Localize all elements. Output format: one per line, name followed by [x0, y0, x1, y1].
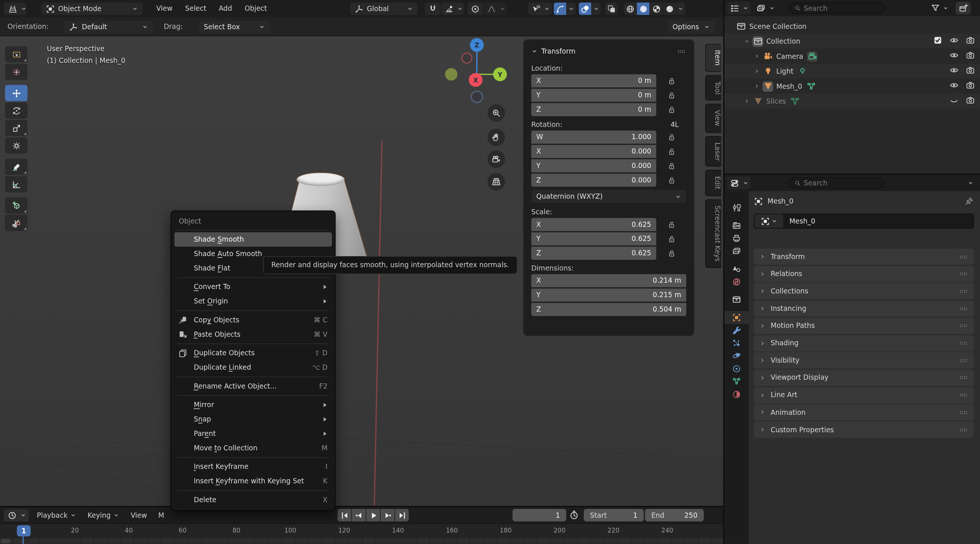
current-frame-indicator[interactable]: 1	[17, 525, 31, 536]
breadcrumb-object-name[interactable]: Mesh_0	[767, 197, 793, 205]
editor-type-button[interactable]	[4, 3, 26, 15]
context-menu-item-snap[interactable]: Snap	[175, 412, 332, 427]
shading-material-button[interactable]	[650, 3, 663, 15]
properties-tab-collection[interactable]	[724, 293, 749, 306]
lock-toggle[interactable]	[656, 234, 686, 244]
properties-tab-modifiers[interactable]	[724, 324, 749, 336]
tool-move[interactable]	[5, 85, 28, 102]
hide-viewport-toggle[interactable]	[949, 35, 959, 47]
timeline-editor-type-button[interactable]	[4, 509, 29, 522]
lock-toggle[interactable]	[656, 220, 686, 229]
rotation-x-field[interactable]: X0.000	[531, 145, 656, 158]
disable-render-toggle[interactable]	[966, 35, 975, 47]
context-menu-item-set-origin[interactable]: Set Origin	[175, 294, 332, 309]
timeline-channel-band[interactable]	[0, 538, 723, 544]
sidebar-tab-laser[interactable]: Laser	[705, 136, 721, 167]
tool-select-box[interactable]	[5, 46, 28, 63]
filter-dropdown[interactable]	[943, 5, 949, 11]
properties-section-collections[interactable]: Collections	[754, 283, 974, 300]
lock-toggle[interactable]	[656, 147, 686, 156]
shading-solid-button[interactable]	[637, 3, 650, 15]
snap-settings-dropdown[interactable]	[441, 3, 464, 15]
gizmo-x-axis[interactable]: X	[469, 73, 483, 87]
perspective-toggle-button[interactable]	[487, 173, 505, 190]
hide-viewport-toggle-off[interactable]	[949, 95, 959, 106]
section-drag-handle[interactable]	[959, 270, 968, 279]
dimensions-y-field[interactable]: Y0.215 m	[531, 289, 686, 301]
zoom-button[interactable]	[487, 105, 505, 122]
context-menu-item-parent[interactable]: Parent	[175, 427, 332, 441]
navigation-gizmo[interactable]: Z Y X	[438, 36, 519, 111]
location-z-field[interactable]: Z0 m	[531, 103, 656, 116]
sidebar-tab-edit[interactable]: Edit	[705, 170, 721, 196]
jump-end-button[interactable]	[395, 509, 409, 522]
properties-section-custom-properties[interactable]: Custom Properties	[754, 422, 974, 438]
section-drag-handle[interactable]	[959, 408, 968, 417]
rotation-w-field[interactable]: W1.000	[531, 131, 656, 144]
lock-toggle[interactable]	[656, 133, 686, 142]
properties-tab-scene[interactable]	[724, 262, 749, 275]
expand-chevron[interactable]	[754, 68, 763, 75]
outliner-row-slices[interactable]: Slices	[724, 94, 980, 109]
disable-render-toggle[interactable]	[966, 65, 975, 77]
menu-select[interactable]: Select	[179, 3, 213, 15]
outliner-row-camera[interactable]: Camera	[724, 49, 980, 64]
menu-object[interactable]: Object	[239, 3, 273, 15]
properties-search[interactable]	[789, 177, 885, 188]
filter-button[interactable]	[931, 3, 940, 12]
context-menu-item-duplicate-objects[interactable]: Duplicate Objects⇧ D	[175, 346, 332, 360]
section-drag-handle[interactable]	[959, 373, 968, 382]
rotation-y-field[interactable]: Y0.000	[531, 159, 656, 172]
timeline-menu-keying[interactable]: Keying	[82, 507, 125, 523]
pin-icon[interactable]	[964, 197, 974, 206]
sidebar-tab-item[interactable]: Item	[705, 44, 721, 72]
properties-section-animation[interactable]: Animation	[754, 404, 974, 420]
properties-section-motion-paths[interactable]: Motion Paths	[754, 318, 974, 334]
properties-section-instancing[interactable]: Instancing	[754, 300, 974, 317]
properties-tab-view-layer[interactable]	[724, 244, 749, 258]
outliner-search-input[interactable]	[804, 4, 879, 12]
properties-tab-world[interactable]	[724, 275, 749, 288]
outliner-row-collection[interactable]: Collection	[724, 34, 980, 49]
panel-collapse-chevron[interactable]	[531, 48, 538, 54]
properties-tab-physics[interactable]	[724, 349, 749, 362]
snap-toggle[interactable]	[425, 3, 441, 15]
properties-search-input[interactable]	[804, 179, 879, 187]
disable-render-toggle[interactable]	[966, 51, 975, 62]
tool-cursor[interactable]	[5, 63, 28, 80]
start-frame-field[interactable]: Start 1	[584, 509, 644, 522]
tool-transform[interactable]	[5, 137, 28, 154]
location-x-field[interactable]: X0 m	[531, 75, 656, 87]
properties-section-viewport-display[interactable]: Viewport Display	[754, 370, 974, 386]
context-menu-item-duplicate-linked[interactable]: Duplicate Linked⌥ D	[175, 360, 332, 375]
context-menu-item-convert-to[interactable]: Convert To	[175, 280, 332, 294]
context-menu-item-move-to-collection[interactable]: Move to CollectionM	[175, 441, 332, 455]
scale-y-field[interactable]: Y0.625	[531, 232, 656, 245]
dimensions-z-field[interactable]: Z0.504 m	[531, 303, 686, 316]
gizmo-y-axis[interactable]: Y	[493, 67, 507, 81]
panel-drag-handle[interactable]	[677, 47, 686, 56]
expand-chevron[interactable]	[744, 98, 752, 105]
disable-render-toggle[interactable]	[966, 81, 975, 92]
outliner-row-light[interactable]: Light	[724, 63, 980, 79]
hide-viewport-toggle[interactable]	[949, 65, 959, 77]
lock-toggle[interactable]	[656, 105, 686, 114]
properties-section-relations[interactable]: Relations	[754, 266, 974, 282]
expand-chevron[interactable]	[744, 38, 752, 44]
dimensions-x-field[interactable]: X0.214 m	[531, 274, 686, 287]
context-menu-item-delete[interactable]: DeleteX	[175, 493, 332, 507]
properties-tab-particles[interactable]	[724, 336, 749, 349]
sidebar-tab-view[interactable]: View	[705, 104, 721, 133]
mode-dropdown[interactable]: Object Mode	[41, 3, 142, 15]
menu-add[interactable]: Add	[213, 3, 239, 15]
camera-view-button[interactable]	[487, 151, 505, 168]
context-menu-item-insert-keyframe-with-keying-set[interactable]: Insert Keyframe with Keying SetK	[175, 474, 332, 488]
play-button[interactable]	[366, 509, 380, 522]
section-drag-handle[interactable]	[959, 339, 968, 348]
gizmos-toggle[interactable]	[554, 3, 566, 15]
tool-cut[interactable]	[5, 215, 28, 231]
gizmo-neg-z-axis[interactable]	[471, 90, 483, 103]
lock-toggle[interactable]	[656, 161, 686, 170]
proportional-falloff-dropdown[interactable]	[484, 3, 506, 15]
next-key-button[interactable]	[381, 509, 395, 522]
